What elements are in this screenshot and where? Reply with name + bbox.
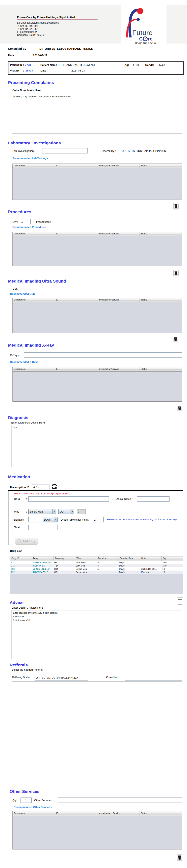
uss-table[interactable]: Department ID Investigation/Service Stat… bbox=[12, 298, 182, 333]
total-input[interactable] bbox=[28, 525, 58, 530]
drug-note-cell bbox=[140, 561, 162, 564]
other-services-input[interactable] bbox=[58, 798, 182, 803]
consultant-input[interactable] bbox=[125, 675, 182, 681]
drug-id-cell: 893 bbox=[10, 567, 32, 570]
other-services-table[interactable]: Department ID Investigation / Service St… bbox=[12, 811, 182, 849]
consultation-form-page: Future Care by Future Holdings (Pty) Lim… bbox=[0, 0, 187, 868]
logo-tagline: Body Mind Soul bbox=[135, 41, 156, 44]
drug-col-drug: Drug bbox=[32, 556, 54, 561]
uss-input[interactable] bbox=[22, 286, 182, 291]
section-title-laboratory: Laboratory Investigations bbox=[8, 141, 61, 146]
company-name: Future Care by Future Holdings (Pty) Lim… bbox=[17, 16, 98, 20]
per-meal-input[interactable] bbox=[93, 517, 104, 522]
uss-col-status: Status bbox=[140, 298, 182, 302]
advice-textarea[interactable]: 1. for possible physiotherapy if pain pe… bbox=[11, 610, 182, 659]
prescription-id-input[interactable] bbox=[32, 485, 49, 490]
other-services-col-id: ID bbox=[55, 811, 98, 816]
diagnosis-textarea[interactable]: ISQ bbox=[11, 425, 182, 467]
patient-id-label: Patient ID bbox=[10, 63, 22, 66]
company-phone-2: T: +24 84 225 252 bbox=[17, 28, 38, 30]
other-services-qty-input[interactable] bbox=[21, 798, 32, 803]
trash-icon bbox=[178, 598, 182, 603]
drug-col-qty: Qty bbox=[162, 556, 183, 561]
consulted-by-label: Consulted By bbox=[8, 47, 26, 50]
drug-frequency-cell: HS bbox=[53, 561, 75, 564]
drug-id-cell: 271 bbox=[10, 564, 32, 567]
way-qty-input bbox=[77, 509, 86, 514]
drug-row[interactable]: 893 VIRGIN LINSEED BID Before Meal 5 Day… bbox=[10, 567, 183, 570]
chevron-down-icon: ▼ bbox=[71, 509, 74, 514]
drug-frequency-cell: TID bbox=[53, 564, 75, 567]
duration-input[interactable] bbox=[28, 517, 41, 522]
procedures-table[interactable]: Department ID Investigation/Service Stat… bbox=[12, 231, 182, 266]
drug-colon: : bbox=[26, 497, 27, 500]
xray-input[interactable] bbox=[24, 352, 182, 358]
recommended-other-services-link[interactable]: Recommended Other Services bbox=[14, 806, 52, 809]
procedures-input[interactable] bbox=[57, 219, 182, 224]
xray-col-id: ID bbox=[55, 367, 98, 371]
drug-list-table[interactable]: Drug ID Drug Fequency Way Duration Durat… bbox=[10, 556, 183, 594]
drug-name-cell: IBUPROFEN bbox=[32, 564, 54, 567]
section-title-other-services: Other Services bbox=[10, 789, 39, 794]
referral-list-box[interactable] bbox=[12, 682, 182, 783]
visit-date-label: Date bbox=[8, 54, 14, 57]
clear-uss-button[interactable] bbox=[173, 336, 178, 342]
xray-col-investigation: Investigation/Service bbox=[97, 367, 140, 371]
uss-label: USS : bbox=[12, 287, 19, 290]
section-title-xray: Medical Imaging X-Ray bbox=[8, 343, 54, 348]
xray-table-header-row: Department ID Investigation/Service Stat… bbox=[13, 367, 182, 372]
refresh-prescription-button[interactable] bbox=[51, 483, 58, 490]
consultant-label: Consultant bbox=[106, 676, 118, 679]
recommended-xrays-link[interactable]: Recommended X-Rays bbox=[10, 361, 38, 364]
drug-label: Drug bbox=[14, 497, 20, 500]
uss-col-id: ID bbox=[55, 298, 98, 302]
duration-unit-select[interactable]: Day/s ▼ bbox=[43, 517, 58, 522]
drug-col-duration-type: Duration Type bbox=[118, 556, 140, 561]
drug-table-header-row: Drug ID Drug Fequency Way Duration Durat… bbox=[10, 556, 183, 561]
drug-row[interactable]: 292 ALBENDAZOLE OD Before Meal 1 Day/s 1… bbox=[10, 570, 183, 574]
referring-doctor-input[interactable] bbox=[35, 675, 88, 681]
trash-icon bbox=[174, 337, 177, 341]
recommended-lab-testings-link[interactable]: Recommended Lab Testings bbox=[12, 157, 48, 160]
lab-col-status: Status bbox=[140, 164, 182, 168]
section-title-medication: Medication bbox=[8, 474, 30, 479]
clear-procedures-button[interactable] bbox=[173, 270, 179, 276]
section-title-ultrasound: Medical Imaging Ultra Sound bbox=[8, 279, 66, 284]
visit-date-value: 2024-08-23 bbox=[33, 54, 47, 57]
drug-col-way: Way bbox=[75, 556, 97, 561]
drug-input[interactable] bbox=[28, 496, 109, 502]
drug-way-cell: After Meal bbox=[75, 561, 97, 564]
clear-advice-button[interactable] bbox=[177, 597, 183, 604]
recommended-uss-link[interactable]: Recommended USS bbox=[10, 292, 35, 296]
add-drug-button[interactable]: + Add Drug bbox=[15, 538, 38, 545]
xray-table[interactable]: Department ID Investigation/Service Stat… bbox=[12, 367, 182, 402]
drug-row[interactable]: 91 METHOCARBAMOL HS After Meal 5 Day/s 1… bbox=[10, 561, 183, 564]
recommended-procedures-link[interactable]: Recommended Procedures bbox=[12, 225, 46, 228]
drug-qty-cell: 15.0 bbox=[162, 564, 183, 567]
lab-investigation-input[interactable] bbox=[42, 148, 88, 153]
drug-col-id: Drug ID bbox=[10, 556, 32, 561]
referrals-sublabel: Select the needed Refferal bbox=[12, 668, 43, 671]
chevron-down-icon: ▼ bbox=[54, 517, 58, 522]
uss-table-header-row: Department ID Investigation/Service Stat… bbox=[13, 298, 182, 302]
special-notes-input[interactable] bbox=[137, 496, 170, 502]
clear-lab-button[interactable] bbox=[173, 203, 179, 210]
gender-colon: : bbox=[157, 63, 157, 66]
clear-xray-button[interactable] bbox=[177, 405, 182, 411]
complaints-sublabel: Enter Complaints Here bbox=[12, 89, 41, 92]
way-select[interactable]: Before Meal ▼ bbox=[28, 509, 56, 514]
lab-results-table[interactable]: Department ID Investigation/Service Stat… bbox=[12, 163, 182, 200]
duration-label: Duration : bbox=[14, 518, 25, 521]
trash-icon bbox=[174, 271, 178, 275]
age-value: 30 bbox=[136, 63, 139, 66]
drug-duration-type-cell: Day/s bbox=[118, 564, 140, 567]
clear-other-services-button[interactable] bbox=[177, 854, 182, 861]
referred-by-value: ORITSETSETOS RAPHAEL PINNICK bbox=[122, 149, 166, 152]
logo-care-a-ring: ♥ bbox=[143, 36, 148, 41]
drug-row[interactable]: 271 IBUPROFEN TID With Meal 5 Day/s 15.0 bbox=[10, 564, 183, 567]
uss-col-investigation: Investigation/Service bbox=[97, 298, 140, 302]
procedures-qty-label: Qty : bbox=[12, 220, 18, 223]
procedures-qty-input[interactable] bbox=[20, 219, 31, 224]
complaints-textarea[interactable]: pt seen, Xray of the left hand, wrist is… bbox=[12, 94, 182, 134]
frequency-select[interactable]: OD ▼ bbox=[58, 509, 74, 514]
